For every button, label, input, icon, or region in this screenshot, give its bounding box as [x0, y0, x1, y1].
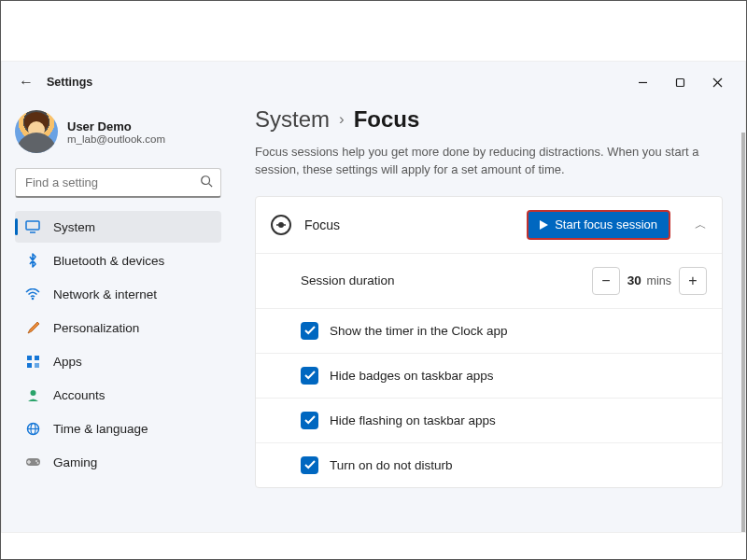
- duration-stepper: − 30 mins +: [592, 267, 707, 295]
- session-duration-label: Session duration: [301, 273, 395, 287]
- start-button-label: Start focus session: [555, 217, 657, 231]
- scrollbar[interactable]: [741, 133, 745, 532]
- sidebar-item-label: Time & language: [53, 422, 148, 436]
- page-title: Focus: [354, 106, 420, 133]
- sidebar-item-apps[interactable]: Apps: [15, 345, 221, 377]
- system-icon: [24, 220, 41, 233]
- sidebar-item-gaming[interactable]: Gaming: [15, 446, 221, 478]
- increase-duration-button[interactable]: +: [679, 267, 707, 295]
- svg-rect-6: [26, 221, 39, 230]
- sidebar-item-label: Gaming: [53, 455, 97, 469]
- sidebar-item-network[interactable]: Network & internet: [15, 278, 221, 310]
- option-label: Hide flashing on taskbar apps: [330, 413, 496, 427]
- option-hide-flashing: Hide flashing on taskbar apps: [256, 398, 722, 442]
- close-button[interactable]: [698, 68, 736, 96]
- page-description: Focus sessions help you get more done by…: [255, 144, 723, 179]
- breadcrumb-parent[interactable]: System: [255, 106, 330, 133]
- option-label: Show the timer in the Clock app: [330, 324, 508, 338]
- start-focus-session-button[interactable]: Start focus session: [527, 210, 670, 240]
- play-icon: [540, 220, 548, 230]
- option-label: Turn on do not disturb: [330, 458, 453, 472]
- sidebar-item-label: Accounts: [53, 388, 106, 402]
- bluetooth-icon: [24, 253, 41, 268]
- search-input[interactable]: [23, 175, 200, 190]
- search-box[interactable]: [15, 168, 221, 198]
- duration-unit: mins: [647, 274, 671, 287]
- sidebar-item-personalization[interactable]: Personalization: [15, 312, 221, 343]
- svg-rect-12: [35, 363, 39, 368]
- user-profile[interactable]: User Demo m_lab@outlook.com: [15, 106, 221, 162]
- svg-rect-10: [35, 356, 39, 360]
- checkbox[interactable]: [301, 412, 318, 429]
- gamepad-icon: [24, 456, 41, 468]
- sidebar-item-system[interactable]: System: [15, 211, 221, 243]
- globe-icon: [24, 422, 41, 436]
- search-icon: [200, 175, 213, 190]
- svg-point-13: [30, 390, 35, 396]
- sidebar-item-label: Apps: [53, 355, 82, 369]
- focus-icon: [271, 215, 291, 235]
- chevron-right-icon: ›: [339, 110, 345, 129]
- user-name: User Demo: [67, 119, 165, 133]
- sidebar-item-bluetooth[interactable]: Bluetooth & devices: [15, 245, 221, 276]
- svg-point-18: [35, 460, 37, 462]
- sidebar-item-label: System: [53, 220, 95, 234]
- card-header[interactable]: Focus Start focus session ︿: [256, 197, 722, 253]
- svg-point-8: [32, 297, 35, 300]
- sidebar-item-time-language[interactable]: Time & language: [15, 413, 221, 444]
- svg-point-4: [202, 176, 210, 185]
- wifi-icon: [24, 288, 41, 301]
- apps-icon: [24, 355, 41, 369]
- back-button[interactable]: ←: [19, 74, 34, 91]
- option-show-timer: Show the timer in the Clock app: [256, 308, 722, 353]
- chevron-up-icon[interactable]: ︿: [695, 217, 707, 233]
- checkbox[interactable]: [301, 456, 318, 474]
- settings-app: ← Settings: [1, 61, 746, 533]
- svg-rect-9: [27, 356, 32, 360]
- sidebar-item-accounts[interactable]: Accounts: [15, 379, 221, 411]
- maximize-button[interactable]: [661, 68, 698, 96]
- nav: System Bluetooth & devices Network & int…: [15, 211, 221, 478]
- titlebar: ← Settings: [2, 62, 745, 103]
- checkbox[interactable]: [301, 322, 318, 340]
- breadcrumb: System › Focus: [255, 106, 723, 133]
- body: User Demo m_lab@outlook.com System: [2, 103, 745, 532]
- svg-line-5: [209, 184, 213, 188]
- card-title: Focus: [304, 217, 514, 232]
- app-title: Settings: [47, 76, 92, 89]
- sidebar-item-label: Personalization: [53, 321, 139, 335]
- sidebar-item-label: Network & internet: [53, 287, 157, 301]
- svg-rect-1: [676, 78, 684, 86]
- user-email: m_lab@outlook.com: [67, 133, 165, 145]
- focus-card: Focus Start focus session ︿ Session dura…: [255, 196, 723, 488]
- sidebar: User Demo m_lab@outlook.com System: [2, 103, 231, 532]
- content: System › Focus Focus sessions help you g…: [231, 103, 745, 532]
- session-duration-row: Session duration − 30 mins +: [256, 253, 722, 308]
- brush-icon: [24, 320, 41, 335]
- option-do-not-disturb: Turn on do not disturb: [256, 442, 722, 487]
- avatar: [15, 110, 58, 153]
- svg-point-19: [36, 462, 38, 464]
- minimize-button[interactable]: [624, 68, 661, 96]
- sidebar-item-label: Bluetooth & devices: [53, 254, 164, 268]
- checkbox[interactable]: [301, 367, 318, 385]
- app-window: ← Settings: [0, 0, 747, 560]
- duration-value: 30: [627, 273, 641, 287]
- accounts-icon: [24, 388, 41, 402]
- option-label: Hide badges on taskbar apps: [330, 369, 494, 383]
- decrease-duration-button[interactable]: −: [592, 267, 620, 295]
- window-controls: [624, 68, 736, 96]
- option-hide-badges: Hide badges on taskbar apps: [256, 353, 722, 398]
- svg-rect-11: [27, 363, 32, 368]
